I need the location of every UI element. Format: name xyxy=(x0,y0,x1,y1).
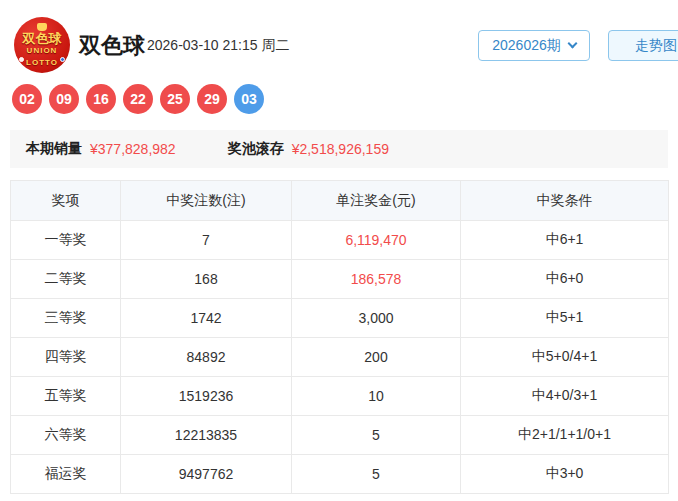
condition-cell: 中4+0/3+1 xyxy=(461,377,669,416)
amount-cell: 5 xyxy=(292,455,461,494)
amount-cell: 200 xyxy=(292,338,461,377)
prize-cell: 二等奖 xyxy=(11,260,121,299)
count-cell: 1519236 xyxy=(121,377,292,416)
prize-cell: 四等奖 xyxy=(11,338,121,377)
count-cell: 168 xyxy=(121,260,292,299)
chevron-down-icon xyxy=(567,39,577,49)
logo-text-cn: 双色球 xyxy=(23,32,62,45)
pool-label: 奖池滚存 xyxy=(228,140,284,158)
sales-value: ¥377,828,982 xyxy=(90,141,176,157)
red-ball: 29 xyxy=(197,84,227,114)
logo-crest-icon xyxy=(37,23,47,31)
condition-cell: 中6+1 xyxy=(461,221,669,260)
table-header-row: 奖项 中奖注数(注) 单注奖金(元) 中奖条件 xyxy=(11,181,669,221)
amount-cell: 3,000 xyxy=(292,299,461,338)
blue-ball: 03 xyxy=(234,84,264,114)
red-ball: 16 xyxy=(86,84,116,114)
summary-banner: 本期销量 ¥377,828,982 奖池滚存 ¥2,518,926,159 xyxy=(10,130,668,168)
count-cell: 7 xyxy=(121,221,292,260)
table-row: 二等奖168186,578中6+0 xyxy=(11,260,669,299)
issue-selector-label: 2026026期 xyxy=(492,37,561,55)
prize-cell: 五等奖 xyxy=(11,377,121,416)
amount-cell: 6,119,470 xyxy=(292,221,461,260)
red-ball: 09 xyxy=(49,84,79,114)
amount-cell: 5 xyxy=(292,416,461,455)
amount-cell: 10 xyxy=(292,377,461,416)
table-row: 福运奖94977625中3+0 xyxy=(11,455,669,494)
issue-selector-dropdown[interactable]: 2026026期 xyxy=(478,30,590,61)
draw-datetime: 2026-03-10 21:15 周二 xyxy=(147,37,289,55)
table-row: 一等奖76,119,470中6+1 xyxy=(11,221,669,260)
condition-cell: 中2+1/1+1/0+1 xyxy=(461,416,669,455)
logo-text-lotto: LOTTO xyxy=(26,59,58,67)
count-cell: 9497762 xyxy=(121,455,292,494)
union-lotto-logo-icon: 双色球 UNION LOTTO xyxy=(14,17,70,73)
header-count: 中奖注数(注) xyxy=(121,181,292,221)
red-ball: 25 xyxy=(160,84,190,114)
table-row: 六等奖122138355中2+1/1+1/0+1 xyxy=(11,416,669,455)
header-condition: 中奖条件 xyxy=(461,181,669,221)
prize-cell: 六等奖 xyxy=(11,416,121,455)
lottery-results-page: 双色球 UNION LOTTO 双色球 2026-03-10 21:15 周二 … xyxy=(0,0,678,501)
table-row: 五等奖151923610中4+0/3+1 xyxy=(11,377,669,416)
trend-chart-button-label: 走势图 xyxy=(635,37,677,55)
amount-cell: 186,578 xyxy=(292,260,461,299)
prize-cell: 福运奖 xyxy=(11,455,121,494)
red-ball: 22 xyxy=(123,84,153,114)
prize-table-body: 一等奖76,119,470中6+1二等奖168186,578中6+0三等奖174… xyxy=(11,221,669,494)
header-amount: 单注奖金(元) xyxy=(292,181,461,221)
condition-cell: 中6+0 xyxy=(461,260,669,299)
trend-chart-button[interactable]: 走势图 xyxy=(608,30,678,61)
prize-cell: 一等奖 xyxy=(11,221,121,260)
header-prize: 奖项 xyxy=(11,181,121,221)
count-cell: 84892 xyxy=(121,338,292,377)
count-cell: 1742 xyxy=(121,299,292,338)
page-title: 双色球 xyxy=(79,31,145,61)
logo-text-union: UNION xyxy=(27,47,58,55)
condition-cell: 中5+1 xyxy=(461,299,669,338)
pool-value: ¥2,518,926,159 xyxy=(292,141,389,157)
logo-balls-icon: LOTTO xyxy=(19,57,65,67)
red-ball: 02 xyxy=(12,84,42,114)
condition-cell: 中5+0/4+1 xyxy=(461,338,669,377)
drawn-balls: 02091622252903 xyxy=(12,84,264,114)
prize-table: 奖项 中奖注数(注) 单注奖金(元) 中奖条件 一等奖76,119,470中6+… xyxy=(10,180,669,494)
sales-label: 本期销量 xyxy=(26,140,82,158)
condition-cell: 中3+0 xyxy=(461,455,669,494)
count-cell: 12213835 xyxy=(121,416,292,455)
table-row: 四等奖84892200中5+0/4+1 xyxy=(11,338,669,377)
prize-cell: 三等奖 xyxy=(11,299,121,338)
table-row: 三等奖17423,000中5+1 xyxy=(11,299,669,338)
